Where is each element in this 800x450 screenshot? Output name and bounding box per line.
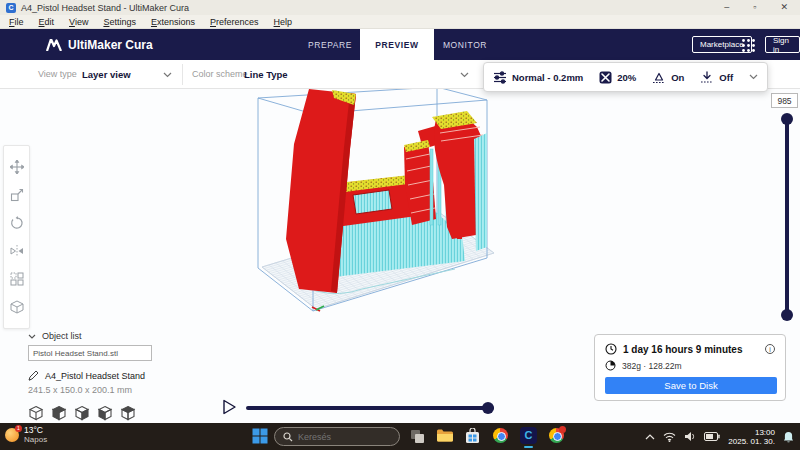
microsoft-store-icon [465, 428, 480, 444]
minimize-button[interactable]: – [724, 0, 729, 15]
color-scheme-dropdown[interactable]: Line Type [244, 69, 288, 80]
cura-app-icon: C [6, 3, 16, 13]
print-info-icon[interactable]: i [765, 344, 775, 354]
search-icon [283, 432, 293, 442]
infill-icon [599, 71, 612, 84]
scale-tool-button[interactable] [9, 188, 24, 203]
tray-overflow-chevron-icon[interactable] [645, 434, 655, 440]
taskbar-search-box[interactable] [274, 427, 400, 446]
cura-icon: C [520, 427, 537, 444]
menu-help[interactable]: Help [274, 17, 293, 27]
view-right-button[interactable] [120, 405, 136, 421]
notification-bell-icon[interactable] [783, 431, 794, 443]
cura-application-window: C A4_Pistol Headset Stand - UltiMaker Cu… [0, 0, 800, 450]
running-app-indicator [524, 446, 533, 448]
print-summary-panel: 1 day 16 hours 9 minutes i 382g · 128.22… [594, 334, 786, 401]
battery-icon[interactable] [704, 432, 720, 441]
chevron-down-icon[interactable] [163, 72, 172, 78]
view-front-button[interactable] [51, 405, 67, 421]
play-simulation-button[interactable] [222, 399, 237, 415]
material-usage-value: 382g · 128.22m [622, 361, 682, 371]
adhesion-value: Off [719, 72, 733, 83]
maximize-button[interactable]: ▫ [753, 0, 756, 15]
scale-icon [10, 188, 24, 202]
task-view-button[interactable] [407, 426, 426, 445]
weather-temperature: 13°C [24, 425, 47, 435]
system-tray: 13:00 2025. 01. 30. [645, 423, 794, 450]
cura-taskbar-button[interactable]: C [519, 426, 538, 445]
rename-pencil-icon[interactable] [28, 370, 39, 381]
move-tool-button[interactable] [9, 160, 24, 175]
window-title: A4_Pistol Headset Stand - UltiMaker Cura [21, 3, 189, 13]
rotate-tool-button[interactable] [9, 216, 24, 231]
adhesion-icon [700, 71, 714, 84]
app-switcher-grid-icon[interactable] [741, 38, 756, 53]
simulation-slider-track[interactable] [246, 406, 494, 410]
menu-file[interactable]: File [9, 17, 24, 27]
search-input[interactable] [298, 432, 386, 442]
chrome-icon [493, 428, 508, 443]
3d-viewport[interactable]: Object list A4_Pistol Headset Stand 241.… [0, 89, 800, 423]
menu-settings[interactable]: Settings [103, 17, 136, 27]
profile-value: Normal - 0.2mm [512, 72, 583, 83]
move-icon [10, 160, 24, 174]
chevron-down-icon [749, 74, 758, 80]
per-model-settings-icon [10, 272, 24, 286]
clock-time: 13:00 [728, 428, 775, 437]
rotate-icon [10, 216, 24, 230]
close-button[interactable]: ✕ [780, 0, 788, 15]
model-tools-panel [3, 145, 30, 329]
taskbar-weather-widget[interactable]: 1 13°C Napos [5, 425, 47, 445]
file-explorer-button[interactable] [435, 426, 454, 445]
chrome-button[interactable] [491, 426, 510, 445]
chevron-down-icon[interactable] [460, 72, 469, 78]
view-type-dropdown[interactable]: Layer view [82, 69, 131, 80]
menu-view[interactable]: View [69, 17, 88, 27]
per-model-settings-button[interactable] [9, 272, 24, 287]
mirror-icon [10, 244, 24, 258]
support-blocker-icon [10, 300, 24, 314]
volume-icon[interactable] [684, 431, 696, 442]
support-icon [652, 71, 666, 84]
tab-prepare[interactable]: PREPARE [300, 29, 360, 60]
simulation-slider-handle[interactable] [482, 402, 494, 414]
layer-slider-track[interactable] [785, 117, 789, 317]
material-spool-icon [605, 360, 616, 371]
app-logo: UltiMaker Cura [46, 38, 153, 52]
menu-preferences[interactable]: Preferences [210, 17, 259, 27]
support-blocker-button[interactable] [9, 300, 24, 315]
tab-monitor[interactable]: MONITOR [434, 29, 496, 60]
view-top-button[interactable] [74, 405, 90, 421]
task-view-icon [409, 428, 425, 444]
start-button[interactable] [252, 428, 268, 444]
chevron-down-icon [28, 334, 36, 339]
mirror-tool-button[interactable] [9, 244, 24, 259]
view-left-button[interactable] [97, 405, 113, 421]
layer-slider-lower-handle[interactable] [781, 309, 793, 321]
tab-preview[interactable]: PREVIEW [360, 29, 434, 60]
save-to-disk-button[interactable]: Save to Disk [605, 377, 777, 394]
menu-extensions[interactable]: Extensions [151, 17, 195, 27]
wifi-icon[interactable] [663, 432, 676, 442]
layer-number-badge: 985 [771, 93, 798, 108]
print-time-clock-icon [605, 343, 617, 355]
microsoft-store-button[interactable] [463, 426, 482, 445]
notification-badge: 1 [15, 425, 22, 432]
ultimaker-logo-icon [46, 39, 62, 51]
view-3d-button[interactable] [28, 405, 44, 421]
sign-in-button[interactable]: Sign in [765, 36, 800, 53]
windows-taskbar: 1 13°C Napos C [0, 423, 800, 450]
chrome-profile-button[interactable] [547, 426, 566, 445]
object-file-name-field[interactable] [28, 345, 152, 361]
weather-description: Napos [24, 435, 47, 445]
object-list-title: Object list [42, 331, 82, 341]
print-settings-panel[interactable]: Normal - 0.2mm 20% On Off [483, 62, 768, 92]
model-name-label: A4_Pistol Headset Stand [45, 371, 145, 381]
menu-edit[interactable]: Edit [39, 17, 55, 27]
clock-date: 2025. 01. 30. [728, 437, 775, 446]
print-profile-icon [493, 71, 507, 84]
object-list-toggle[interactable]: Object list [28, 331, 208, 341]
layer-slider-upper-handle[interactable] [781, 113, 793, 125]
menubar: File Edit View Settings Extensions Prefe… [0, 15, 800, 29]
taskbar-clock[interactable]: 13:00 2025. 01. 30. [728, 428, 775, 446]
